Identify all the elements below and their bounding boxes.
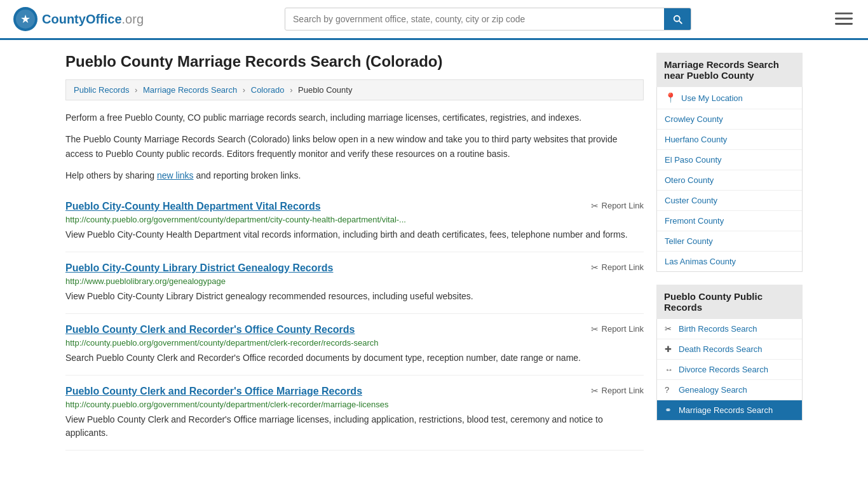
result-url: http://county.pueblo.org/government/coun… [65,215,510,224]
result-header: Pueblo City-County Library District Gene… [65,262,644,274]
location-label: Use My Location [681,93,743,103]
svg-rect-5 [835,23,853,25]
search-bar[interactable] [285,8,691,30]
report-link[interactable]: ✂ Report Link [591,324,644,334]
list-item: 📍 Use My Location [657,87,802,109]
death-records-label: Death Records Search [679,344,763,354]
report-link[interactable]: ✂ Report Link [591,386,644,396]
svg-text:★: ★ [20,13,31,25]
result-title[interactable]: Pueblo City-County Library District Gene… [65,262,333,274]
result-desc: View Pueblo City-County Health Departmen… [65,228,644,241]
location-icon: 📍 [665,92,677,104]
death-records-link[interactable]: ✚ Death Records Search [657,339,802,359]
logo-text: CountyOffice.org [42,12,144,27]
description-1: Perform a free Pueblo County, CO public … [65,111,644,125]
teller-county-link[interactable]: Teller County [657,231,802,251]
las-animas-county-link[interactable]: Las Animas County [657,252,802,271]
content-wrapper: Pueblo County Marriage Records Search (C… [53,40,815,463]
breadcrumb-marriage-records-search[interactable]: Marriage Records Search [143,85,237,95]
nearby-heading: Marriage Records Search near Pueblo Coun… [656,53,803,87]
crowley-county-link[interactable]: Crowley County [657,109,802,129]
result-url: http://www.pueblolibrary.org/genealogypa… [65,276,510,286]
result-title[interactable]: Pueblo City-County Health Department Vit… [65,201,321,212]
list-item: Huerfano County [657,130,802,150]
el-paso-county-link[interactable]: El Paso County [657,150,802,170]
list-item: Fremont County [657,211,802,231]
divorce-icon: ↔ [665,365,674,374]
list-item: ↔ Divorce Records Search [657,360,802,380]
result-title[interactable]: Pueblo County Clerk and Recorder's Offic… [65,324,355,336]
breadcrumb-public-records[interactable]: Public Records [74,85,129,95]
birth-records-link[interactable]: ✂ Birth Records Search [657,319,802,339]
hamburger-icon [835,10,853,27]
new-links-link[interactable]: new links [157,170,194,180]
search-button[interactable] [664,8,691,30]
result-entry: Pueblo City-County Health Department Vit… [65,191,644,252]
breadcrumb-sep-3: › [290,85,292,95]
logo[interactable]: ★ CountyOffice.org [13,6,144,32]
results-list: Pueblo City-County Health Department Vit… [65,191,644,451]
result-entry: Pueblo City-County Library District Gene… [65,252,644,314]
result-desc: View Pueblo City-County Library District… [65,290,644,303]
page-title: Pueblo County Marriage Records Search (C… [65,53,644,71]
list-item: Crowley County [657,109,802,130]
report-link[interactable]: ✂ Report Link [591,262,644,273]
breadcrumb: Public Records › Marriage Records Search… [65,79,644,100]
search-input[interactable] [285,9,664,29]
result-url: http://county.pueblo.org/government/coun… [65,400,510,409]
breadcrumb-colorado[interactable]: Colorado [251,85,285,95]
svg-rect-3 [835,12,853,14]
list-item: ? Genealogy Search [657,380,802,400]
fremont-county-link[interactable]: Fremont County [657,211,802,231]
description-2: The Pueblo County Marriage Records Searc… [65,132,644,161]
result-url: http://county.pueblo.org/government/coun… [65,338,510,348]
result-desc: Search Pueblo County Clerk and Recorder'… [65,351,644,365]
breadcrumb-sep: › [135,85,137,95]
search-icon [672,13,683,25]
genealogy-search-link[interactable]: ? Genealogy Search [657,380,802,400]
divorce-records-label: Divorce Records Search [679,365,768,374]
otero-county-link[interactable]: Otero County [657,170,802,190]
list-item: Custer County [657,191,802,211]
list-item: Teller County [657,231,802,252]
marriage-icon: ⚭ [665,405,674,415]
genealogy-icon: ? [665,385,674,395]
logo-icon: ★ [13,6,38,32]
list-item-active: ⚭ Marriage Records Search [657,400,802,420]
marriage-records-label: Marriage Records Search [679,405,773,415]
list-item: El Paso County [657,150,802,170]
death-icon: ✚ [665,344,674,354]
result-desc: View Pueblo County Clerk and Recorder's … [65,413,644,440]
scissors-icon: ✂ [591,324,599,334]
sidebar: Marriage Records Search near Pueblo Coun… [656,53,803,451]
description-3: Help others by sharing new links and rep… [65,168,644,182]
scissors-icon: ✂ [591,386,599,396]
breadcrumb-sep-2: › [243,85,245,95]
nearby-section: Marriage Records Search near Pueblo Coun… [656,53,803,272]
birth-records-label: Birth Records Search [679,324,757,334]
nearby-county-list: 📍 Use My Location Crowley County Huerfan… [656,87,803,272]
report-link[interactable]: ✂ Report Link [591,201,644,211]
birth-icon: ✂ [665,324,674,334]
divorce-records-link[interactable]: ↔ Divorce Records Search [657,360,802,379]
scissors-icon: ✂ [591,201,599,211]
result-header: Pueblo County Clerk and Recorder's Offic… [65,386,644,397]
use-my-location-link[interactable]: 📍 Use My Location [657,87,802,109]
scissors-icon: ✂ [591,262,599,273]
custer-county-link[interactable]: Custer County [657,191,802,210]
list-item: Otero County [657,170,802,191]
marriage-records-link[interactable]: ⚭ Marriage Records Search [657,400,802,420]
site-header: ★ CountyOffice.org [0,0,868,40]
huerfano-county-link[interactable]: Huerfano County [657,130,802,149]
genealogy-search-label: Genealogy Search [679,385,747,395]
list-item: ✚ Death Records Search [657,339,802,360]
result-entry: Pueblo County Clerk and Recorder's Offic… [65,314,644,376]
public-records-list: ✂ Birth Records Search ✚ Death Records S… [656,319,803,421]
result-entry: Pueblo County Clerk and Recorder's Offic… [65,376,644,451]
result-title[interactable]: Pueblo County Clerk and Recorder's Offic… [65,386,362,397]
hamburger-menu-button[interactable] [832,7,855,32]
breadcrumb-current: Pueblo County [298,85,352,95]
list-item: Las Animas County [657,252,802,271]
svg-rect-4 [835,17,853,19]
result-header: Pueblo County Clerk and Recorder's Offic… [65,324,644,336]
